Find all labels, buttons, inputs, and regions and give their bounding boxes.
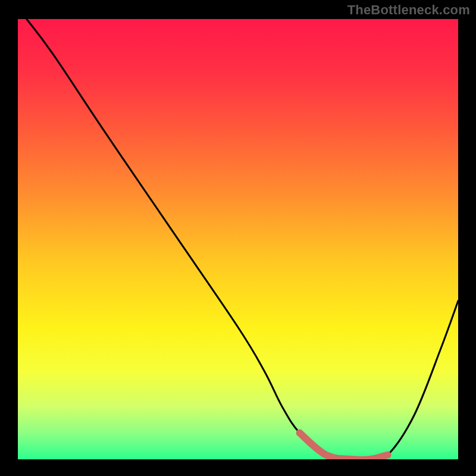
plot-area xyxy=(18,19,458,459)
plot-svg xyxy=(18,19,458,459)
chart-frame: TheBottleneck.com xyxy=(0,0,476,476)
gradient-background xyxy=(18,19,458,459)
watermark-text: TheBottleneck.com xyxy=(347,2,470,18)
